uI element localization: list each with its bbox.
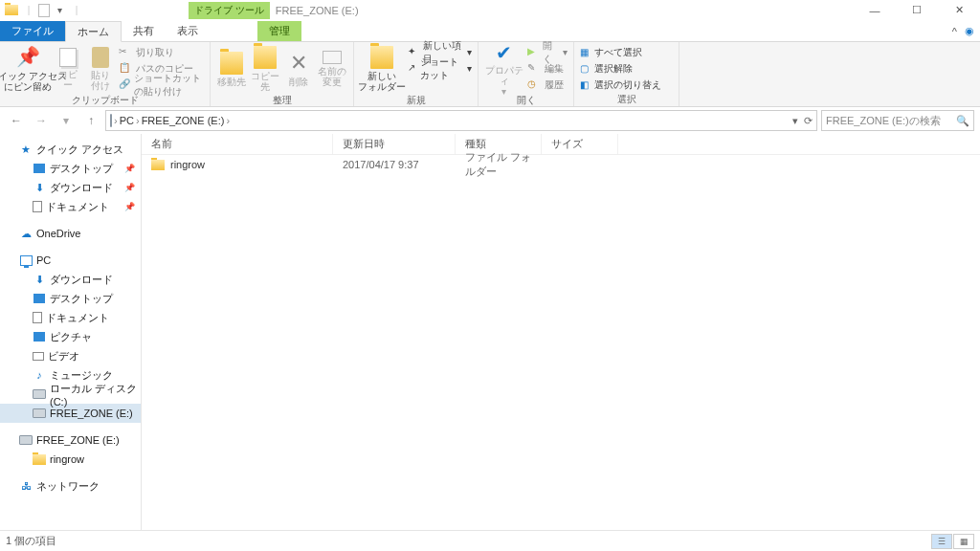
shortcut-icon: 🔗	[119, 78, 130, 92]
sidebar-documents-2[interactable]: ドキュメント	[0, 308, 141, 327]
selectall-icon: ▦	[580, 47, 589, 57]
group-label: 整理	[216, 94, 347, 108]
select-all-button[interactable]: ▦すべて選択	[580, 44, 661, 60]
folder-icon	[33, 452, 46, 466]
forward-button[interactable]: →	[31, 110, 52, 131]
col-size[interactable]: サイズ	[542, 134, 618, 154]
copy-to-button[interactable]: コピー先	[250, 44, 279, 94]
up-button[interactable]: ↑	[80, 110, 101, 131]
properties-qat-icon[interactable]	[38, 4, 50, 17]
file-name: ringrow	[170, 159, 205, 170]
select-none-button[interactable]: ▢選択解除	[580, 60, 661, 77]
help-icon[interactable]: ◉	[965, 25, 974, 37]
status-bar: 1 個の項目 ☰ ▦	[0, 530, 980, 551]
drive-icon	[110, 115, 112, 126]
sidebar-pictures[interactable]: ピクチャ	[0, 327, 141, 346]
search-box[interactable]: FREE_ZONE (E:)の検索 🔍	[821, 110, 974, 131]
cut-button[interactable]: ✂切り取り	[119, 44, 204, 60]
sidebar-desktop[interactable]: デスクトップ📌	[0, 159, 141, 178]
address-bar[interactable]: › PC › FREE_ZONE (E:) › ▾ ⟳	[105, 110, 817, 131]
icons-view-button[interactable]: ▦	[953, 534, 974, 549]
open-icon: ▶	[527, 46, 539, 59]
shortcut2-icon: ↗	[408, 62, 416, 76]
ribbon: 📌クイック アクセス にピン留め コピー 貼り付け ✂切り取り 📋パスのコピー …	[0, 42, 980, 107]
sidebar-onedrive[interactable]: ☁OneDrive	[0, 224, 141, 243]
move-to-button[interactable]: 移動先	[216, 44, 246, 94]
sidebar-videos[interactable]: ビデオ	[0, 346, 141, 365]
recent-dropdown[interactable]: ▾	[56, 110, 77, 131]
edit-button[interactable]: ✎編集	[527, 60, 568, 77]
nav-bar: ← → ▾ ↑ › PC › FREE_ZONE (E:) › ▾ ⟳ FREE…	[0, 107, 980, 134]
item-count: 1 個の項目	[6, 534, 56, 548]
sidebar-free-zone-2[interactable]: FREE_ZONE (E:)	[0, 430, 141, 450]
tab-view[interactable]: 表示	[166, 21, 210, 41]
col-name[interactable]: 名前	[142, 134, 333, 154]
paste-shortcut-button[interactable]: 🔗ショートカットの貼り付け	[119, 77, 204, 93]
tab-share[interactable]: 共有	[122, 21, 166, 41]
new-folder-button[interactable]: 新しい フォルダー	[360, 44, 404, 94]
tab-home[interactable]: ホーム	[65, 21, 122, 42]
tab-file[interactable]: ファイル	[0, 21, 65, 41]
quick-access-toolbar: | ▾ |	[0, 3, 88, 18]
copy-icon	[59, 48, 77, 67]
pictures-icon	[33, 330, 46, 343]
network-icon: 🖧	[19, 479, 33, 493]
qat-dropdown-icon[interactable]: ▾	[52, 3, 67, 18]
refresh-icon[interactable]: ⟳	[804, 115, 813, 127]
address-dropdown-icon[interactable]: ▾	[792, 115, 798, 127]
paste-button[interactable]: 貼り付け	[86, 44, 115, 94]
drive-icon	[33, 387, 46, 401]
breadcrumb-pc[interactable]: PC	[120, 115, 134, 126]
search-icon[interactable]: 🔍	[956, 115, 969, 127]
invert-selection-button[interactable]: ◧選択の切り替え	[580, 77, 661, 93]
sidebar-network[interactable]: 🖧ネットワーク	[0, 476, 141, 496]
close-button[interactable]: ✕	[938, 0, 980, 21]
history-button[interactable]: ◷履歴	[527, 77, 568, 93]
ribbon-group-open: ✔プロパティ▾ ▶開く ▾ ✎編集 ◷履歴 開く	[479, 42, 574, 106]
maximize-button[interactable]: ☐	[896, 0, 938, 21]
sidebar-pc[interactable]: PC	[0, 251, 141, 270]
minimize-button[interactable]: —	[854, 0, 896, 21]
sidebar-downloads-2[interactable]: ⬇ダウンロード	[0, 270, 141, 289]
ribbon-collapse-icon[interactable]: ^	[952, 26, 957, 37]
new-shortcut-button[interactable]: ↗ショートカット ▾	[408, 60, 472, 77]
back-button[interactable]: ←	[6, 110, 27, 131]
properties-button[interactable]: ✔プロパティ▾	[484, 44, 523, 94]
desktop-icon	[33, 162, 46, 175]
video-icon	[33, 352, 44, 361]
open-button[interactable]: ▶開く ▾	[527, 44, 568, 60]
tab-manage[interactable]: 管理	[257, 21, 301, 41]
column-headers: 名前 更新日時 種類 サイズ	[142, 134, 980, 155]
folder-icon	[151, 160, 165, 170]
title-bar: | ▾ | ドライブ ツール FREE_ZONE (E:) — ☐ ✕	[0, 0, 980, 21]
doc-icon	[33, 201, 42, 212]
clipboard-small-stack: ✂切り取り 📋パスのコピー 🔗ショートカットの貼り付け	[119, 44, 204, 93]
details-view-button[interactable]: ☰	[931, 534, 952, 549]
pin-icon: 📌	[16, 46, 39, 69]
history-icon: ◷	[527, 78, 541, 92]
sidebar-desktop-2[interactable]: デスクトップ	[0, 289, 141, 308]
search-placeholder: FREE_ZONE (E:)の検索	[826, 114, 941, 128]
breadcrumb-drive[interactable]: FREE_ZONE (E:)	[142, 115, 225, 126]
paste-icon	[92, 47, 109, 68]
window-title: FREE_ZONE (E:)	[276, 5, 359, 16]
file-list-pane: 名前 更新日時 種類 サイズ ringrow 2017/04/17 9:37 フ…	[142, 134, 980, 530]
sidebar-ringrow[interactable]: ringrow	[0, 450, 141, 469]
sidebar-local-c[interactable]: ローカル ディスク (C:)	[0, 385, 141, 404]
delete-button[interactable]: ✕削除	[284, 44, 314, 94]
drive-icon	[33, 407, 46, 420]
sidebar-quick-access[interactable]: ★クイック アクセス	[0, 140, 141, 159]
pin-icon: 📌	[124, 183, 135, 192]
sidebar-downloads[interactable]: ⬇ダウンロード📌	[0, 178, 141, 197]
pin-quick-access-button[interactable]: 📌クイック アクセス にピン留め	[6, 44, 50, 94]
list-item[interactable]: ringrow 2017/04/17 9:37 ファイル フォルダー	[142, 155, 980, 174]
download-icon: ⬇	[33, 273, 46, 286]
folder-icon[interactable]	[4, 3, 19, 18]
file-type: ファイル フォルダー	[456, 150, 542, 179]
col-date[interactable]: 更新日時	[333, 134, 456, 154]
rename-button[interactable]: 名前の 変更	[318, 44, 347, 94]
sidebar-documents[interactable]: ドキュメント📌	[0, 197, 141, 216]
copy-button[interactable]: コピー	[54, 44, 82, 94]
desktop-icon	[33, 292, 46, 305]
qat-sep2: |	[69, 3, 84, 18]
